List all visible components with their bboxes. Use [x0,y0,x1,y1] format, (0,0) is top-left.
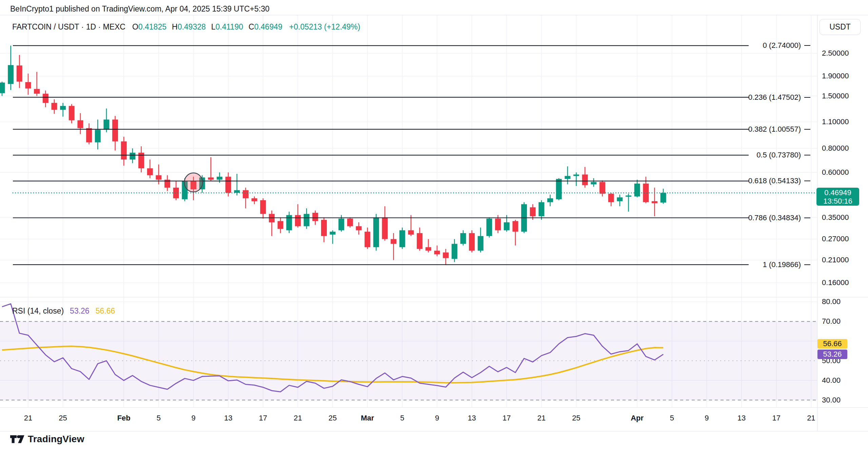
fib-level-label: 0 (2.74000) [763,41,810,50]
rsi-title: RSI (14, close) [12,306,64,316]
fib-level-text: 0.786 (0.34834) [748,213,801,222]
pane-divider [0,297,868,297]
price-tick-label: 2.50000 [822,49,849,58]
time-axis-divider [0,407,868,408]
fib-level-dash [804,129,810,130]
rsi-value-badge: 53.26 [817,350,847,359]
time-axis-label: 9 [692,414,721,423]
circle-annotation [184,173,203,192]
price-axis-divider [817,15,817,431]
price-tick-label: 0.35000 [822,213,849,222]
time-axis-label: 9 [179,414,208,423]
rsi-tick-label: 40.00 [822,376,841,385]
close-key: C [249,22,254,31]
time-axis-label: 5 [144,414,173,423]
last-price-badge: 0.46949 13:50:16 [816,188,859,206]
footer-divider [0,431,868,431]
time-axis-label: 25 [318,414,347,423]
change-value: +0.05213 (+12.49%) [289,22,360,32]
fib-level-text: 1 (0.19866) [763,260,801,269]
symbol-legend[interactable]: FARTCOIN / USDT · 1D · MEXC O0.41825 H0.… [12,22,360,32]
ohlc-values: O0.41825 H0.49328 L0.41190 C0.46949 [132,22,282,32]
fib-level-dash [804,181,810,181]
rsi-tick-label: 70.00 [822,317,841,326]
low-key: L [211,22,216,31]
time-axis-label: 25 [49,414,77,423]
fib-level-text: 0.236 (1.47502) [748,93,801,102]
chart-canvas[interactable] [0,0,868,449]
time-axis-label: Apr [623,414,651,423]
fib-level-label: 1 (0.19866) [763,260,810,269]
last-price-value: 0.46949 [824,188,851,197]
rsi-tick-label: 80.00 [822,297,841,306]
time-axis-label: Mar [353,414,382,423]
fib-level-label: 0.5 (0.73780) [756,150,810,160]
time-axis-label: 9 [423,414,451,423]
rsi-legend[interactable]: RSI (14, close) 53.26 56.66 [12,306,115,316]
price-tick-label: 1.50000 [822,92,849,100]
price-tick-label: 0.16000 [822,278,849,287]
close-value: 0.46949 [254,22,282,31]
fib-level-label: 0.236 (1.47502) [748,93,810,102]
time-axis-label: 5 [658,414,686,423]
price-tick-label: 0.27000 [822,235,849,243]
time-axis-label: 17 [249,414,277,423]
fib-level-label: 0.618 (0.54133) [748,176,810,186]
price-tick-label: 1.90000 [822,72,849,80]
time-axis-label: 13 [727,414,756,423]
time-axis-label: 25 [562,414,591,423]
high-key: H [172,22,178,31]
fib-retracement-lines [13,45,749,265]
time-axis-label: 13 [214,414,242,423]
header-divider [0,15,868,15]
fib-level-text: 0.382 (1.00557) [748,125,801,134]
high-value: 0.49328 [178,22,206,31]
tradingview-brand-text: TradingView [28,434,84,445]
low-value: 0.41190 [216,22,243,31]
time-axis-label: Feb [110,414,138,423]
currency-toggle-button[interactable]: USDT [820,19,861,35]
bar-countdown: 13:50:16 [823,197,852,205]
rsi-ma-value: 56.66 [96,306,115,316]
published-attribution: BeInCrypto1 published on TradingView.com… [10,4,270,14]
fib-level-label: 0.786 (0.34834) [748,213,810,223]
time-axis-label: 17 [762,414,791,423]
fib-level-label: 0.382 (1.00557) [748,125,810,134]
fib-level-dash [804,45,810,46]
time-axis-label: 13 [458,414,486,423]
open-key: O [132,22,138,31]
tradingview-published-chart: BeInCrypto1 published on TradingView.com… [0,0,868,449]
fib-level-dash [804,97,810,98]
tradingview-logo-icon [10,434,24,444]
fib-level-dash [804,155,810,155]
time-axis-label: 21 [14,414,42,423]
fib-level-text: 0.618 (0.54133) [748,176,801,185]
price-tick-label: 0.80000 [822,144,849,153]
fib-level-text: 0 (2.74000) [763,41,801,50]
rsi-tick-label: 30.00 [822,396,841,405]
time-axis-label: 5 [388,414,416,423]
rsi-ma-badge: 56.66 [817,339,847,349]
fib-level-dash [804,218,810,218]
time-axis-label: 21 [527,414,556,423]
time-axis-label: 17 [492,414,521,423]
time-axis-label: 21 [797,414,825,423]
tradingview-logo[interactable]: TradingView [10,434,84,445]
time-axis-label: 21 [283,414,312,423]
symbol-title: FARTCOIN / USDT · 1D · MEXC [12,22,125,32]
fib-level-text: 0.5 (0.73780) [756,151,801,160]
price-tick-label: 0.21000 [822,256,849,264]
fib-level-dash [804,264,810,265]
rsi-value: 53.26 [70,306,90,316]
price-tick-label: 1.10000 [822,117,849,126]
price-tick-label: 0.60000 [822,168,849,177]
open-value: 0.41825 [138,22,166,31]
